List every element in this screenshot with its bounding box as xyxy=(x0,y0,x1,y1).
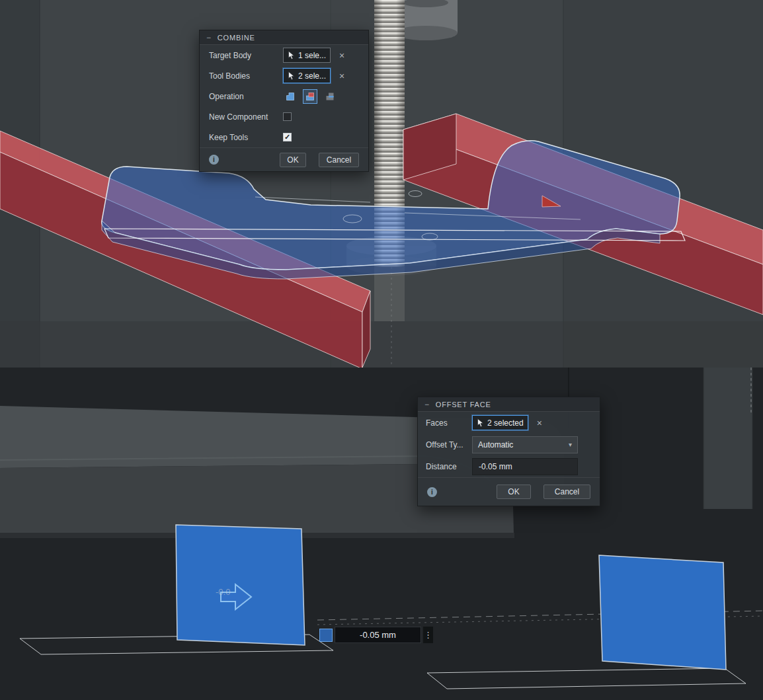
faces-row: Faces 2 selected × xyxy=(418,412,600,434)
dialog-title: COMBINE xyxy=(218,34,255,42)
viewport-offset-face[interactable] xyxy=(0,368,763,700)
selected-face-right[interactable] xyxy=(599,555,726,670)
drag-handle-icon[interactable]: ⋮ xyxy=(423,627,433,643)
target-body-count: 1 sele... xyxy=(298,51,326,60)
tool-bodies-count: 2 sele... xyxy=(298,71,326,81)
offset-dialog-titlebar[interactable]: − OFFSET FACE xyxy=(418,397,600,412)
keep-tools-label: Keep Tools xyxy=(209,133,283,142)
distance-label: Distance xyxy=(426,462,472,471)
target-body-clear-icon[interactable]: × xyxy=(339,51,344,60)
ok-button[interactable]: OK xyxy=(497,485,531,499)
viewport-combine[interactable] xyxy=(0,0,763,368)
operation-row: Operation xyxy=(200,86,368,106)
chevron-down-icon: ▾ xyxy=(569,441,572,448)
intersect-icon xyxy=(325,91,335,102)
faces-clear-icon[interactable]: × xyxy=(537,418,542,428)
tool-bodies-label: Tool Bodies xyxy=(209,71,283,81)
target-body-selection-button[interactable]: 1 sele... xyxy=(283,48,331,63)
target-body-label: Target Body xyxy=(209,51,283,60)
cancel-button[interactable]: Cancel xyxy=(319,153,359,167)
dimension-input[interactable]: -0.05 mm xyxy=(335,627,421,643)
offset-dialog-footer: i OK Cancel xyxy=(418,477,600,506)
tool-bodies-selection-button[interactable]: 2 sele... xyxy=(283,68,331,83)
keep-tools-checkbox[interactable]: ✓ xyxy=(283,133,292,141)
app-canvas: -0.0 -0.05 mm ⋮ − COMBINE Target Body 1 … xyxy=(0,0,763,700)
ok-button[interactable]: OK xyxy=(280,153,306,167)
ghost-offset-value: -0.0 xyxy=(216,587,230,597)
operation-intersect-button[interactable] xyxy=(323,89,337,104)
faces-count: 2 selected xyxy=(487,418,524,428)
operation-label: Operation xyxy=(209,92,283,101)
tool-bodies-row: Tool Bodies 2 sele... × xyxy=(200,65,368,86)
new-component-row: New Component xyxy=(200,106,368,127)
offset-type-dropdown[interactable]: Automatic ▾ xyxy=(472,436,578,453)
faces-label: Faces xyxy=(426,418,472,428)
keep-tools-row: Keep Tools ✓ xyxy=(200,127,368,147)
operation-cut-button[interactable] xyxy=(303,89,317,104)
dimension-flip-handle[interactable] xyxy=(319,629,333,642)
info-icon[interactable]: i xyxy=(209,155,219,165)
collapse-icon[interactable]: − xyxy=(424,401,430,408)
cut-icon xyxy=(305,91,315,102)
target-body-row: Target Body 1 sele... × xyxy=(200,45,368,65)
cursor-icon xyxy=(288,51,295,60)
new-component-label: New Component xyxy=(209,112,283,122)
faces-selection-button[interactable]: 2 selected xyxy=(472,415,528,430)
cursor-icon xyxy=(477,418,484,428)
offset-type-label: Offset Ty... xyxy=(426,440,472,449)
combine-dialog-titlebar[interactable]: − COMBINE xyxy=(200,30,368,45)
combine-dialog-footer: i OK Cancel xyxy=(200,147,368,171)
join-icon xyxy=(285,91,296,102)
collapse-icon[interactable]: − xyxy=(206,34,212,41)
new-component-checkbox[interactable] xyxy=(283,112,292,121)
selected-face-left[interactable] xyxy=(176,525,305,645)
dimension-input-group: -0.05 mm ⋮ xyxy=(319,627,433,643)
distance-input[interactable]: -0.05 mm xyxy=(472,458,578,475)
dialog-title: OFFSET FACE xyxy=(436,401,491,408)
cursor-icon xyxy=(288,71,295,81)
tool-bodies-clear-icon[interactable]: × xyxy=(339,71,344,81)
distance-row: Distance -0.05 mm xyxy=(418,455,600,477)
info-icon[interactable]: i xyxy=(427,487,437,497)
offset-face-dialog: − OFFSET FACE Faces 2 selected × Offset … xyxy=(417,397,600,506)
operation-join-button[interactable] xyxy=(283,89,298,104)
cancel-button[interactable]: Cancel xyxy=(543,485,590,499)
offset-type-value: Automatic xyxy=(478,440,513,449)
combine-dialog: − COMBINE Target Body 1 sele... × Tool B… xyxy=(199,30,369,172)
offset-type-row: Offset Ty... Automatic ▾ xyxy=(418,434,600,455)
